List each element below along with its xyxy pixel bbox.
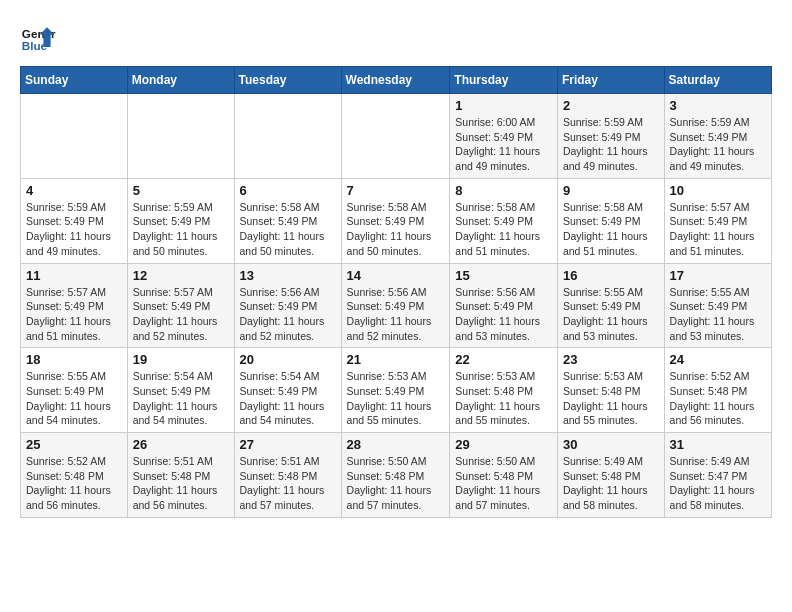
day-info: Sunrise: 5:51 AM Sunset: 5:48 PM Dayligh… [240,454,336,513]
day-number: 11 [26,268,122,283]
calendar-day-cell: 7Sunrise: 5:58 AM Sunset: 5:49 PM Daylig… [341,178,450,263]
day-info: Sunrise: 5:56 AM Sunset: 5:49 PM Dayligh… [240,285,336,344]
day-info: Sunrise: 5:49 AM Sunset: 5:48 PM Dayligh… [563,454,659,513]
day-number: 14 [347,268,445,283]
weekday-header-cell: Wednesday [341,67,450,94]
calendar-body: 1Sunrise: 6:00 AM Sunset: 5:49 PM Daylig… [21,94,772,518]
day-info: Sunrise: 5:59 AM Sunset: 5:49 PM Dayligh… [133,200,229,259]
day-number: 31 [670,437,766,452]
day-number: 18 [26,352,122,367]
weekday-header-cell: Sunday [21,67,128,94]
day-info: Sunrise: 6:00 AM Sunset: 5:49 PM Dayligh… [455,115,552,174]
day-info: Sunrise: 5:59 AM Sunset: 5:49 PM Dayligh… [26,200,122,259]
calendar-day-cell [234,94,341,179]
weekday-header-cell: Thursday [450,67,558,94]
day-info: Sunrise: 5:57 AM Sunset: 5:49 PM Dayligh… [26,285,122,344]
day-number: 13 [240,268,336,283]
calendar-day-cell [341,94,450,179]
weekday-header-row: SundayMondayTuesdayWednesdayThursdayFrid… [21,67,772,94]
day-number: 21 [347,352,445,367]
calendar-day-cell: 19Sunrise: 5:54 AM Sunset: 5:49 PM Dayli… [127,348,234,433]
day-number: 30 [563,437,659,452]
calendar-day-cell: 21Sunrise: 5:53 AM Sunset: 5:49 PM Dayli… [341,348,450,433]
day-info: Sunrise: 5:56 AM Sunset: 5:49 PM Dayligh… [455,285,552,344]
calendar-day-cell: 8Sunrise: 5:58 AM Sunset: 5:49 PM Daylig… [450,178,558,263]
calendar-week-row: 25Sunrise: 5:52 AM Sunset: 5:48 PM Dayli… [21,433,772,518]
day-info: Sunrise: 5:54 AM Sunset: 5:49 PM Dayligh… [133,369,229,428]
day-info: Sunrise: 5:58 AM Sunset: 5:49 PM Dayligh… [563,200,659,259]
calendar-day-cell: 27Sunrise: 5:51 AM Sunset: 5:48 PM Dayli… [234,433,341,518]
calendar-day-cell: 18Sunrise: 5:55 AM Sunset: 5:49 PM Dayli… [21,348,128,433]
day-number: 10 [670,183,766,198]
weekday-header-cell: Saturday [664,67,771,94]
calendar-day-cell: 20Sunrise: 5:54 AM Sunset: 5:49 PM Dayli… [234,348,341,433]
day-info: Sunrise: 5:50 AM Sunset: 5:48 PM Dayligh… [455,454,552,513]
day-info: Sunrise: 5:55 AM Sunset: 5:49 PM Dayligh… [670,285,766,344]
calendar-day-cell: 9Sunrise: 5:58 AM Sunset: 5:49 PM Daylig… [557,178,664,263]
calendar-week-row: 18Sunrise: 5:55 AM Sunset: 5:49 PM Dayli… [21,348,772,433]
day-info: Sunrise: 5:58 AM Sunset: 5:49 PM Dayligh… [347,200,445,259]
day-info: Sunrise: 5:58 AM Sunset: 5:49 PM Dayligh… [240,200,336,259]
day-number: 7 [347,183,445,198]
calendar-day-cell [21,94,128,179]
day-info: Sunrise: 5:52 AM Sunset: 5:48 PM Dayligh… [670,369,766,428]
day-number: 22 [455,352,552,367]
calendar-day-cell: 23Sunrise: 5:53 AM Sunset: 5:48 PM Dayli… [557,348,664,433]
day-number: 4 [26,183,122,198]
day-number: 19 [133,352,229,367]
calendar-day-cell: 25Sunrise: 5:52 AM Sunset: 5:48 PM Dayli… [21,433,128,518]
calendar-day-cell: 13Sunrise: 5:56 AM Sunset: 5:49 PM Dayli… [234,263,341,348]
day-number: 25 [26,437,122,452]
day-info: Sunrise: 5:58 AM Sunset: 5:49 PM Dayligh… [455,200,552,259]
weekday-header-cell: Friday [557,67,664,94]
day-number: 15 [455,268,552,283]
day-number: 26 [133,437,229,452]
calendar-day-cell: 29Sunrise: 5:50 AM Sunset: 5:48 PM Dayli… [450,433,558,518]
day-number: 8 [455,183,552,198]
day-number: 1 [455,98,552,113]
calendar-day-cell: 26Sunrise: 5:51 AM Sunset: 5:48 PM Dayli… [127,433,234,518]
day-info: Sunrise: 5:57 AM Sunset: 5:49 PM Dayligh… [133,285,229,344]
day-number: 2 [563,98,659,113]
weekday-header-cell: Tuesday [234,67,341,94]
day-info: Sunrise: 5:57 AM Sunset: 5:49 PM Dayligh… [670,200,766,259]
calendar-day-cell: 2Sunrise: 5:59 AM Sunset: 5:49 PM Daylig… [557,94,664,179]
day-info: Sunrise: 5:49 AM Sunset: 5:47 PM Dayligh… [670,454,766,513]
calendar-day-cell: 4Sunrise: 5:59 AM Sunset: 5:49 PM Daylig… [21,178,128,263]
calendar-day-cell: 31Sunrise: 5:49 AM Sunset: 5:47 PM Dayli… [664,433,771,518]
calendar-day-cell: 1Sunrise: 6:00 AM Sunset: 5:49 PM Daylig… [450,94,558,179]
calendar-table: SundayMondayTuesdayWednesdayThursdayFrid… [20,66,772,518]
day-number: 17 [670,268,766,283]
day-info: Sunrise: 5:55 AM Sunset: 5:49 PM Dayligh… [26,369,122,428]
day-number: 29 [455,437,552,452]
day-number: 9 [563,183,659,198]
logo: General Blue [20,20,56,56]
calendar-day-cell: 15Sunrise: 5:56 AM Sunset: 5:49 PM Dayli… [450,263,558,348]
weekday-header-cell: Monday [127,67,234,94]
day-info: Sunrise: 5:59 AM Sunset: 5:49 PM Dayligh… [563,115,659,174]
calendar-day-cell: 24Sunrise: 5:52 AM Sunset: 5:48 PM Dayli… [664,348,771,433]
calendar-week-row: 1Sunrise: 6:00 AM Sunset: 5:49 PM Daylig… [21,94,772,179]
day-number: 6 [240,183,336,198]
day-info: Sunrise: 5:56 AM Sunset: 5:49 PM Dayligh… [347,285,445,344]
day-info: Sunrise: 5:51 AM Sunset: 5:48 PM Dayligh… [133,454,229,513]
day-info: Sunrise: 5:55 AM Sunset: 5:49 PM Dayligh… [563,285,659,344]
calendar-day-cell: 3Sunrise: 5:59 AM Sunset: 5:49 PM Daylig… [664,94,771,179]
calendar-day-cell: 17Sunrise: 5:55 AM Sunset: 5:49 PM Dayli… [664,263,771,348]
day-number: 24 [670,352,766,367]
day-number: 5 [133,183,229,198]
calendar-day-cell: 14Sunrise: 5:56 AM Sunset: 5:49 PM Dayli… [341,263,450,348]
day-info: Sunrise: 5:50 AM Sunset: 5:48 PM Dayligh… [347,454,445,513]
logo-icon: General Blue [20,20,56,56]
page-header: General Blue [20,20,772,56]
calendar-day-cell: 16Sunrise: 5:55 AM Sunset: 5:49 PM Dayli… [557,263,664,348]
calendar-day-cell: 11Sunrise: 5:57 AM Sunset: 5:49 PM Dayli… [21,263,128,348]
calendar-week-row: 4Sunrise: 5:59 AM Sunset: 5:49 PM Daylig… [21,178,772,263]
calendar-day-cell: 6Sunrise: 5:58 AM Sunset: 5:49 PM Daylig… [234,178,341,263]
day-info: Sunrise: 5:53 AM Sunset: 5:48 PM Dayligh… [455,369,552,428]
day-number: 20 [240,352,336,367]
day-number: 3 [670,98,766,113]
calendar-day-cell: 22Sunrise: 5:53 AM Sunset: 5:48 PM Dayli… [450,348,558,433]
day-number: 12 [133,268,229,283]
day-info: Sunrise: 5:53 AM Sunset: 5:48 PM Dayligh… [563,369,659,428]
